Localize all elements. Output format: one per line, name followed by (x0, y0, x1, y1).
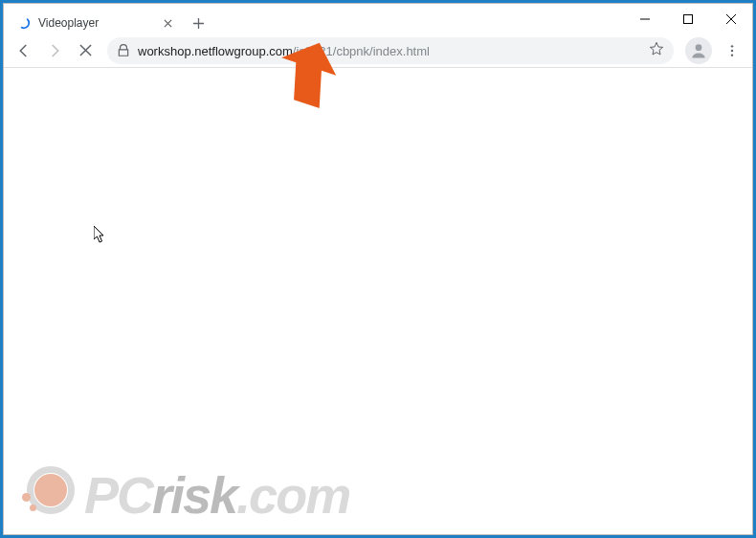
forward-button[interactable] (40, 36, 69, 65)
svg-point-5 (731, 54, 733, 56)
loading-spinner-icon (17, 16, 31, 30)
tab-close-button[interactable] (161, 16, 174, 30)
tab-title: Videoplayer (38, 16, 161, 30)
url-text: workshop.netflowgroup.com/js2/t21/cbpnk/… (138, 42, 430, 59)
back-button[interactable] (10, 36, 38, 65)
minimize-button[interactable] (623, 4, 666, 34)
maximize-button[interactable] (666, 4, 709, 34)
close-window-button[interactable] (709, 4, 752, 34)
tab-strip: Videoplayer (4, 4, 211, 34)
svg-rect-1 (683, 14, 692, 23)
window-controls (623, 4, 752, 34)
lock-icon (117, 44, 130, 57)
url-host: workshop.netflowgroup.com (138, 44, 293, 58)
toolbar: workshop.netflowgroup.com/js2/t21/cbpnk/… (4, 34, 752, 68)
svg-point-3 (731, 45, 733, 47)
browser-tab[interactable]: Videoplayer (10, 10, 182, 36)
svg-point-0 (19, 18, 30, 29)
url-path: /js2/t21/cbpnk/index.html (293, 44, 430, 58)
browser-window: Videoplayer (3, 3, 753, 535)
stop-reload-button[interactable] (71, 36, 100, 65)
svg-point-2 (696, 44, 702, 51)
page-content (4, 68, 752, 534)
bookmark-star-icon[interactable] (649, 41, 664, 60)
menu-button[interactable] (718, 36, 746, 65)
svg-point-4 (731, 49, 733, 51)
new-tab-button[interactable] (186, 11, 211, 35)
profile-button[interactable] (685, 37, 712, 64)
address-bar[interactable]: workshop.netflowgroup.com/js2/t21/cbpnk/… (107, 37, 674, 64)
titlebar: Videoplayer (4, 4, 752, 34)
